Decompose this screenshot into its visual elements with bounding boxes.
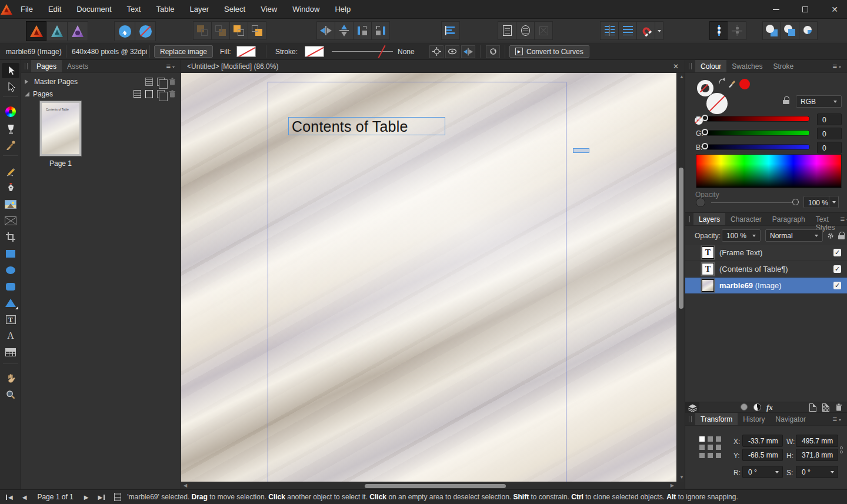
red-slider-knob[interactable] [702,115,708,121]
page-list-icon[interactable] [114,493,121,501]
tab-paragraph[interactable]: Paragraph [767,213,811,225]
snapping-options-caret[interactable] [655,21,663,40]
layer-visibility-checkbox[interactable]: ✓ [833,249,841,256]
tab-character[interactable]: Character [725,213,767,225]
next-page-button[interactable]: ▶ [84,494,89,500]
opacity-caret-button[interactable] [829,196,839,208]
tab-pages[interactable]: Pages [31,60,62,72]
tab-navigator[interactable]: Navigator [771,413,811,425]
link-dimensions-icon[interactable] [840,446,843,454]
empty-frame-text-object[interactable] [573,148,589,153]
opacity-slider-knob[interactable] [792,199,799,205]
lock-icon[interactable] [838,232,845,239]
table-tool[interactable] [2,345,19,360]
place-image-tool[interactable] [2,196,19,212]
green-slider[interactable] [705,130,810,136]
tab-stroke[interactable]: Stroke [768,60,799,72]
rotate-image-button[interactable] [486,45,500,58]
photo-persona-button[interactable] [67,21,88,41]
vertical-scroll-thumb[interactable] [679,168,683,309]
color-picker-tool[interactable] [2,138,19,153]
scroll-right-icon[interactable]: ▶ [671,483,674,488]
document-tab[interactable]: <Untitled> [Modified] (86.0%) [181,62,278,71]
layer-visibility-checkbox[interactable]: ✓ [833,265,841,273]
tab-swatches[interactable]: Swatches [726,60,768,72]
menu-table[interactable]: Table [148,5,182,14]
vertical-scrollbar[interactable]: ▲ ▼ [676,73,685,482]
alignment-button[interactable] [441,21,460,40]
panel-menu-button[interactable]: ≡ [840,215,847,223]
opacity-slider[interactable] [711,202,792,203]
move-to-front-button[interactable] [229,21,248,40]
layers-opacity-dropdown[interactable]: 100 % [722,229,761,242]
layer-stack-button[interactable] [685,402,699,413]
frame-text-content[interactable]: Contents of Table [289,118,445,135]
tab-transform[interactable]: Transform [695,413,738,425]
text-wrap-settings-button[interactable] [498,21,516,40]
move-tool[interactable] [2,63,19,78]
layer-visibility-checkbox[interactable]: ✓ [833,282,841,289]
panel-grip-icon[interactable] [25,63,28,69]
duplicate-master-icon[interactable] [157,78,165,86]
add-pixel-layer-button[interactable] [822,403,829,412]
flip-in-place-button[interactable] [461,45,475,58]
show-baseline-grid-button[interactable] [618,21,637,40]
insert-inside-button[interactable] [799,21,818,40]
panel-menu-button[interactable]: ≡ [832,415,842,423]
document-viewport[interactable]: Contents of Table [181,73,676,482]
swap-colours-icon[interactable] [718,78,727,85]
move-to-back-button[interactable] [248,21,266,40]
rotate-cw-button[interactable] [371,21,390,40]
horizontal-scrollbar[interactable]: ◀ ▶ [181,482,676,489]
move-forward-button[interactable] [193,21,212,40]
h-field[interactable]: 371.8 mm [796,449,838,461]
tab-assets[interactable]: Assets [62,60,94,72]
green-value-field[interactable]: 0 [817,128,842,139]
layer-row[interactable]: T(Frame Text)✓ [685,245,847,261]
menu-file[interactable]: File [13,5,41,14]
add-page-icon[interactable] [145,90,153,98]
artistic-text-tool[interactable]: A [2,328,19,343]
tab-layers[interactable]: Layers [693,213,725,225]
designer-persona-button[interactable] [46,21,68,41]
panel-grip-icon[interactable] [689,416,692,422]
panel-menu-button[interactable]: ≡ [166,62,175,71]
expand-collapsed-icon[interactable] [25,79,31,84]
layer-row[interactable]: marble69 (Image)✓ [685,278,847,294]
trash-icon[interactable] [835,403,842,411]
page-thumbnail-block[interactable]: Contents of Table Page 1 [38,101,84,168]
blue-slider-knob[interactable] [702,143,708,149]
trash-icon[interactable] [169,78,176,85]
blue-value-field[interactable]: 0 [817,142,842,153]
opacity-noise-knob[interactable] [696,198,705,207]
panel-menu-button[interactable]: ≡ [832,62,842,71]
red-value-field[interactable]: 0 [817,114,842,125]
stroke-width-widget[interactable]: None [332,43,415,60]
blue-slider[interactable] [705,144,810,150]
menu-select[interactable]: Select [216,5,253,14]
master-pages-row[interactable]: Master Pages [21,75,181,88]
document-close-icon[interactable]: ✕ [673,62,679,71]
transparency-tool[interactable] [2,121,19,136]
fill-tool[interactable] [2,104,19,119]
last-page-button[interactable]: ▶ [98,494,105,500]
ignore-wrap-button[interactable] [534,21,553,40]
convert-to-curves-button[interactable]: ▶ Convert to Curves [509,45,589,58]
edit-wrap-outline-button[interactable] [516,21,535,40]
w-field[interactable]: 495.7 mm [796,435,838,447]
rotate-ccw-button[interactable] [353,21,372,40]
stroke-swatch[interactable] [305,46,324,57]
vector-crop-tool[interactable] [2,229,19,245]
dynamic-guides-button[interactable] [709,21,728,40]
layer-thumbnail-text[interactable]: T [702,246,714,259]
preflight-upload-button[interactable] [114,21,135,41]
rotation-dropdown[interactable]: 0 ° [742,466,783,478]
previous-page-button[interactable]: ◀ [22,494,27,500]
first-page-button[interactable]: ◀ [6,494,13,500]
tab-history[interactable]: History [738,413,770,425]
ellipse-tool[interactable] [2,262,19,278]
anchor-point-grid[interactable] [699,436,721,458]
mask-layer-button[interactable] [741,403,748,410]
zoom-tool[interactable] [2,387,19,402]
gear-icon[interactable] [826,232,835,240]
